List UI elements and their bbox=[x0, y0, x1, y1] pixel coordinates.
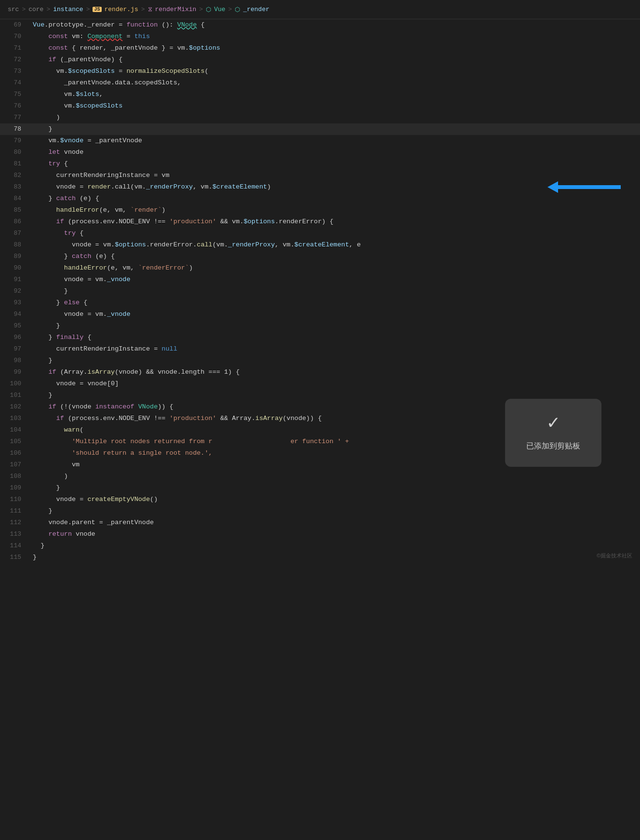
arrow-head bbox=[547, 181, 558, 193]
toast-notification: ✓ 已添加到剪贴板 bbox=[505, 399, 601, 467]
line-num-71: 71 bbox=[0, 42, 29, 54]
line-content-111: } bbox=[29, 505, 640, 517]
breadcrumb-sep-6: > bbox=[228, 6, 232, 13]
line-content-71: const { render, _parentVnode } = vm.$opt… bbox=[29, 42, 640, 54]
line-content-110: vnode = createEmptyVNode() bbox=[29, 494, 640, 505]
line-85: 85 handleError(e, vm, `render`) bbox=[0, 204, 640, 216]
line-90: 90 handleError(e, vm, `renderError`) bbox=[0, 262, 640, 274]
line-num-74: 74 bbox=[0, 77, 29, 89]
line-num-111: 111 bbox=[0, 505, 29, 517]
comp-icon-1: ⬡ bbox=[206, 6, 211, 14]
line-content-82: currentRenderingInstance = vm bbox=[29, 170, 640, 181]
line-num-95: 95 bbox=[0, 320, 29, 332]
line-content-89: } catch (e) { bbox=[29, 251, 640, 262]
line-content-115: } bbox=[29, 552, 640, 563]
line-79: 79 vm.$vnode = _parentVnode bbox=[0, 135, 640, 147]
line-content-80: let vnode bbox=[29, 147, 640, 158]
breadcrumb-sep-1: > bbox=[22, 6, 26, 13]
line-content-77: ) bbox=[29, 112, 640, 123]
line-content-113: return vnode bbox=[29, 528, 640, 540]
line-92: 92 } bbox=[0, 285, 640, 297]
line-num-100: 100 bbox=[0, 378, 29, 390]
line-num-105: 105 bbox=[0, 436, 29, 447]
breadcrumb-sep-2: > bbox=[46, 6, 50, 13]
line-93: 93 } else { bbox=[0, 297, 640, 309]
line-content-78: } bbox=[29, 123, 640, 135]
line-content-97: currentRenderingInstance = null bbox=[29, 343, 640, 355]
breadcrumb-src: src bbox=[8, 6, 19, 13]
line-num-89: 89 bbox=[0, 251, 29, 262]
line-num-94: 94 bbox=[0, 309, 29, 320]
line-num-115: 115 bbox=[0, 552, 29, 563]
line-91: 91 vnode = vm._vnode bbox=[0, 274, 640, 285]
line-content-99: if (Array.isArray(vnode) && vnode.length… bbox=[29, 366, 640, 378]
func-icon-1: ⧖ bbox=[148, 6, 152, 13]
line-89: 89 } catch (e) { bbox=[0, 251, 640, 262]
breadcrumb-render[interactable]: _render bbox=[243, 6, 269, 13]
line-content-75: vm.$slots, bbox=[29, 89, 640, 100]
line-num-72: 72 bbox=[0, 54, 29, 66]
line-98: 98 } bbox=[0, 355, 640, 366]
line-82: 82 currentRenderingInstance = vm bbox=[0, 170, 640, 181]
line-content-76: vm.$scopedSlots bbox=[29, 100, 640, 112]
line-num-75: 75 bbox=[0, 89, 29, 100]
line-content-81: try { bbox=[29, 158, 640, 170]
line-num-101: 101 bbox=[0, 390, 29, 401]
line-content-84: } catch (e) { bbox=[29, 193, 640, 204]
line-content-100: vnode = vnode[0] bbox=[29, 378, 640, 390]
line-num-108: 108 bbox=[0, 471, 29, 482]
breadcrumb-sep-4: > bbox=[141, 6, 145, 13]
line-111: 111 } bbox=[0, 505, 640, 517]
line-97: 97 currentRenderingInstance = null bbox=[0, 343, 640, 355]
line-83: 83 vnode = render.call(vm._renderProxy, … bbox=[0, 181, 640, 193]
line-num-81: 81 bbox=[0, 158, 29, 170]
line-96: 96 } finally { bbox=[0, 332, 640, 343]
line-95: 95 } bbox=[0, 320, 640, 332]
line-num-87: 87 bbox=[0, 228, 29, 239]
line-content-98: } bbox=[29, 355, 640, 366]
toast-check-icon: ✓ bbox=[547, 414, 559, 434]
line-num-86: 86 bbox=[0, 216, 29, 228]
arrow-annotation bbox=[547, 181, 621, 193]
line-content-108: ) bbox=[29, 471, 640, 482]
line-content-73: vm.$scopedSlots = normalizeScopedSlots( bbox=[29, 66, 640, 77]
line-content-94: vnode = vm._vnode bbox=[29, 309, 640, 320]
line-115: 115 } bbox=[0, 552, 640, 563]
line-num-98: 98 bbox=[0, 355, 29, 366]
line-content-79: vm.$vnode = _parentVnode bbox=[29, 135, 640, 147]
line-69: 69 Vue.prototype._render = function (): … bbox=[0, 19, 640, 31]
breadcrumb-core: core bbox=[28, 6, 43, 13]
footer-text: ©掘金技术社区 bbox=[597, 552, 632, 559]
line-num-79: 79 bbox=[0, 135, 29, 147]
code-editor: 69 Vue.prototype._render = function (): … bbox=[0, 19, 640, 563]
line-81: 81 try { bbox=[0, 158, 640, 170]
line-num-91: 91 bbox=[0, 274, 29, 285]
line-content-96: } finally { bbox=[29, 332, 640, 343]
breadcrumb-rendermixin[interactable]: renderMixin bbox=[155, 6, 197, 13]
line-71: 71 const { render, _parentVnode } = vm.$… bbox=[0, 42, 640, 54]
line-num-113: 113 bbox=[0, 528, 29, 540]
line-content-95: } bbox=[29, 320, 640, 332]
js-icon: JS bbox=[93, 7, 101, 12]
line-num-109: 109 bbox=[0, 482, 29, 494]
line-84: 84 } catch (e) { bbox=[0, 193, 640, 204]
line-content-69: Vue.prototype._render = function (): VNo… bbox=[29, 19, 640, 31]
line-content-114: } bbox=[29, 540, 640, 552]
line-99: 99 if (Array.isArray(vnode) && vnode.len… bbox=[0, 366, 640, 378]
line-70: 70 const vm: Component = this bbox=[0, 31, 640, 42]
line-88: 88 vnode = vm.$options.renderError.call(… bbox=[0, 239, 640, 251]
line-114: 114 } bbox=[0, 540, 640, 552]
line-108: 108 ) bbox=[0, 471, 640, 482]
line-72: 72 if (_parentVnode) { bbox=[0, 54, 640, 66]
line-content-92: } bbox=[29, 285, 640, 297]
breadcrumb-renderjs[interactable]: render.js bbox=[105, 6, 138, 13]
line-76: 76 vm.$scopedSlots bbox=[0, 100, 640, 112]
line-100: 100 vnode = vnode[0] bbox=[0, 378, 640, 390]
breadcrumb-vue[interactable]: Vue bbox=[214, 6, 225, 13]
arrow-body bbox=[558, 185, 621, 189]
line-num-102: 102 bbox=[0, 401, 29, 413]
line-77: 77 ) bbox=[0, 112, 640, 123]
line-num-82: 82 bbox=[0, 170, 29, 181]
line-74: 74 _parentVnode.data.scopedSlots, bbox=[0, 77, 640, 89]
breadcrumb-instance[interactable]: instance bbox=[53, 6, 83, 13]
